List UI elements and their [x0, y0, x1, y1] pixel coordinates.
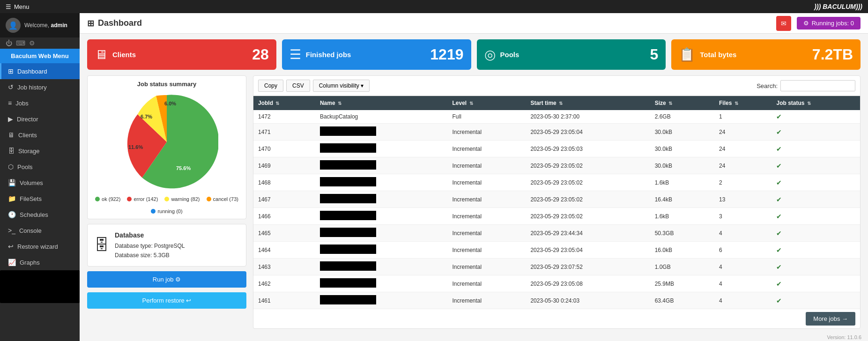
csv-button[interactable]: CSV — [286, 80, 310, 92]
cell-status: ✔ — [772, 275, 860, 292]
col-start-time[interactable]: Start time ⇅ — [526, 96, 650, 110]
stat-clients[interactable]: 🖥 Clients 28 — [87, 39, 276, 70]
cell-size: 1.0GB — [650, 259, 714, 275]
status-ok-icon: ✔ — [776, 128, 782, 136]
brand-logo: ))) BACULUM))) — [814, 3, 862, 10]
status-ok-icon: ✔ — [776, 297, 782, 304]
run-job-button[interactable]: Run job ⚙ — [87, 271, 246, 288]
cell-status: ✔ — [772, 225, 860, 242]
cell-name — [315, 259, 448, 275]
sidebar-item-graphs[interactable]: 📈Graphs — [0, 254, 80, 270]
database-icon: 🗄 — [94, 237, 109, 254]
cell-level: Incremental — [447, 242, 526, 259]
cell-files: 3 — [714, 208, 772, 225]
storage-icon: 🗄 — [8, 147, 15, 155]
stat-total-bytes[interactable]: 📋 Total bytes 7.2TB — [671, 39, 861, 70]
cell-level: Incremental — [447, 259, 526, 275]
sidebar-item-console[interactable]: >_Console — [0, 222, 80, 238]
cell-level: Incremental — [447, 157, 526, 174]
cell-level: Incremental — [447, 225, 526, 242]
sidebar-item-label: Dashboard — [17, 68, 47, 75]
sidebar-item-label: Restore wizard — [17, 243, 58, 250]
schedules-icon: 🕐 — [8, 211, 16, 218]
sidebar-item-jobs[interactable]: ≡Jobs — [0, 95, 80, 111]
col-size[interactable]: Size ⇅ — [650, 96, 714, 110]
sidebar-item-filesets[interactable]: 📁FileSets — [0, 191, 80, 207]
sidebar-item-job-history[interactable]: ↺Job history — [0, 79, 80, 95]
table-row[interactable]: 1469 Incremental 2023-05-29 23:05:02 30.… — [253, 157, 860, 174]
cell-start-time: 2023-05-29 23:05:04 — [526, 124, 650, 141]
pools-icon: ⬡ — [8, 163, 14, 170]
stat-pools[interactable]: ◎ Pools 5 — [477, 39, 666, 70]
terminal-icon[interactable]: ⌨ — [16, 39, 25, 47]
status-ok-icon: ✔ — [776, 162, 782, 170]
table-row[interactable]: 1461 Incremental 2023-05-30 0:24:03 63.4… — [253, 292, 860, 309]
col-status[interactable]: Job status ⇅ — [772, 96, 860, 110]
table-row[interactable]: 1468 Incremental 2023-05-29 23:05:02 1.6… — [253, 174, 860, 191]
cell-status: ✔ — [772, 292, 860, 309]
cell-jobid: 1471 — [253, 124, 315, 141]
cell-size: 1.6kB — [650, 174, 714, 191]
jobs-icon: ≡ — [8, 99, 12, 107]
power-icon[interactable]: ⏻ — [6, 39, 12, 47]
col-jobid[interactable]: JobId ⇅ — [253, 96, 315, 110]
search-input[interactable] — [780, 80, 855, 91]
sidebar-item-storage[interactable]: 🗄Storage — [0, 143, 80, 159]
running-jobs-button[interactable]: ⚙ Running jobs: 0 — [797, 17, 861, 30]
table-row[interactable]: 1463 Incremental 2023-05-29 23:07:52 1.0… — [253, 259, 860, 275]
pools-icon: ◎ — [484, 47, 496, 62]
sidebar-item-volumes[interactable]: 💾Volumes — [0, 175, 80, 191]
copy-button[interactable]: Copy — [258, 80, 283, 92]
database-size-value: 5.3GB — [154, 252, 170, 259]
stat-finished-jobs[interactable]: ☰ Finished jobs 1219 — [282, 39, 471, 70]
col-level[interactable]: Level ⇅ — [447, 96, 526, 110]
pools-value: 5 — [650, 46, 658, 63]
cell-files: 6 — [714, 242, 772, 259]
redacted-name — [320, 194, 376, 203]
cell-size: 16.4kB — [650, 191, 714, 208]
cell-size: 63.4GB — [650, 292, 714, 309]
table-row[interactable]: 1462 Incremental 2023-05-29 23:05:08 25.… — [253, 275, 860, 292]
clients-icon: 🖥 — [8, 131, 15, 139]
job-history-icon: ↺ — [8, 83, 14, 91]
cell-jobid: 1468 — [253, 174, 315, 191]
table-row[interactable]: 1470 Incremental 2023-05-29 23:05:03 30.… — [253, 141, 860, 157]
email-button[interactable]: ✉ — [776, 16, 791, 31]
svg-text:11.6%: 11.6% — [128, 144, 143, 150]
table-row[interactable]: 1464 Incremental 2023-05-29 23:05:04 16.… — [253, 242, 860, 259]
table-row[interactable]: 1465 Incremental 2023-05-29 23:44:34 50.… — [253, 225, 860, 242]
cell-files: 2 — [714, 174, 772, 191]
cell-jobid: 1463 — [253, 259, 315, 275]
col-files[interactable]: Files ⇅ — [714, 96, 772, 110]
table-wrap: JobId ⇅ Name ⇅ Level ⇅ Start time ⇅ Size… — [253, 96, 860, 309]
graphs-icon: 📈 — [8, 259, 16, 266]
column-visibility-button[interactable]: Column visibility ▾ — [313, 80, 370, 92]
sidebar-item-director[interactable]: ▶Director — [0, 111, 80, 127]
stats-row: 🖥 Clients 28 ☰ Finished jobs 1219 ◎ Pool… — [80, 34, 868, 75]
table-row[interactable]: 1467 Incremental 2023-05-29 23:05:02 16.… — [253, 191, 860, 208]
finished-jobs-icon: ☰ — [289, 47, 301, 62]
sidebar-item-pools[interactable]: ⬡Pools — [0, 159, 80, 175]
table-footer: More jobs → — [253, 309, 860, 328]
filesets-icon: 📁 — [8, 195, 16, 202]
col-name[interactable]: Name ⇅ — [315, 96, 448, 110]
sidebar-item-label: Console — [19, 227, 42, 234]
sidebar-item-dashboard[interactable]: ⊞Dashboard — [0, 63, 80, 79]
table-row[interactable]: 1466 Incremental 2023-05-29 23:05:02 1.6… — [253, 208, 860, 225]
table-row[interactable]: 1471 Incremental 2023-05-29 23:05:04 30.… — [253, 124, 860, 141]
sidebar-item-clients[interactable]: 🖥Clients — [0, 127, 80, 143]
cell-size: 25.9MB — [650, 275, 714, 292]
sidebar-item-restore-wizard[interactable]: ↩Restore wizard — [0, 238, 80, 254]
sidebar-item-schedules[interactable]: 🕐Schedules — [0, 207, 80, 222]
pools-label: Pools — [500, 51, 519, 59]
menu-toggle[interactable]: ☰ Menu — [6, 3, 30, 10]
more-jobs-button[interactable]: More jobs → — [806, 312, 855, 326]
table-row[interactable]: 1472 BackupCatalog Full 2023-05-30 2:37:… — [253, 110, 860, 124]
chart-legend: ok (922) error (142) warning (82) — [92, 196, 241, 214]
volumes-icon: 💾 — [8, 179, 16, 186]
cell-status: ✔ — [772, 242, 860, 259]
settings-icon[interactable]: ⚙ — [29, 39, 35, 47]
cell-files: 4 — [714, 225, 772, 242]
perform-restore-button[interactable]: Perform restore ↩ — [87, 292, 246, 309]
redacted-name — [320, 126, 376, 136]
